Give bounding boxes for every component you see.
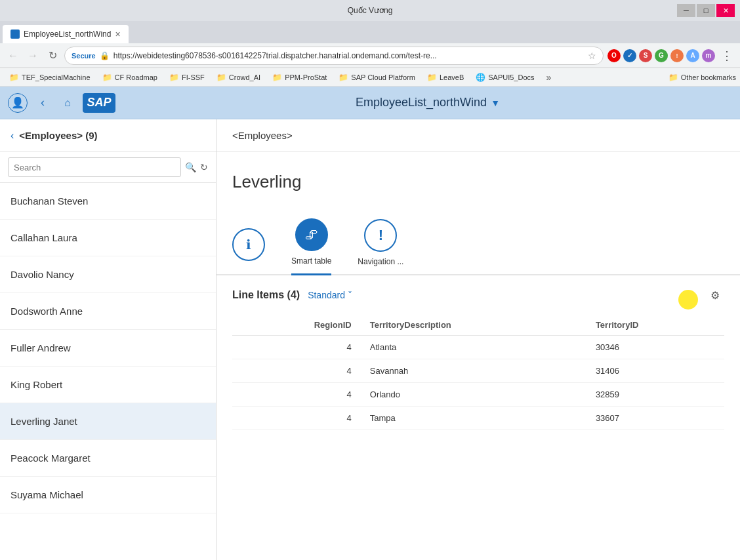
list-item[interactable]: Dodsworth Anne bbox=[0, 293, 216, 330]
sap-logo-text: SAP bbox=[87, 96, 111, 110]
tab-smart-table[interactable]: 🖇 Smart table bbox=[291, 218, 331, 275]
bookmark-cf[interactable]: 📁 CF Roadmap bbox=[97, 70, 163, 85]
settings-icon[interactable]: ⚙ bbox=[706, 286, 724, 304]
bookmark-fi[interactable]: 📁 FI-SSF bbox=[164, 70, 210, 85]
employees-sidebar: ‹ <Employees> (9) 🔍 ↻ Buchanan Steven Ca… bbox=[0, 119, 216, 560]
list-item[interactable]: Davolio Nancy bbox=[0, 256, 216, 293]
table-row: 4 Savannah 31406 bbox=[232, 359, 724, 383]
list-item-label: Callahan Laura bbox=[10, 232, 77, 243]
sidebar-search-area: 🔍 ↻ bbox=[0, 152, 216, 183]
list-item-label: Dodsworth Anne bbox=[10, 306, 83, 317]
line-items-table: RegionID TerritoryDescription TerritoryI… bbox=[232, 315, 724, 430]
tab-close-button[interactable]: × bbox=[115, 29, 120, 39]
folder-icon: 📁 bbox=[216, 73, 226, 82]
other-bookmarks-label: Other bookmarks bbox=[681, 73, 736, 81]
employee-detail-panel: <Employees> Leverling ℹ 🖇 Smart table ! bbox=[216, 119, 740, 560]
folder-icon: 📁 bbox=[668, 73, 678, 82]
close-button[interactable]: ✕ bbox=[716, 4, 735, 17]
list-item-active[interactable]: Leverling Janet bbox=[0, 403, 216, 440]
line-items-title: Line Items (4) bbox=[232, 289, 300, 301]
sap-application: 👤 ‹ ⌂ SAP EmployeeList_northWind ▼ ‹ <Em… bbox=[0, 87, 740, 560]
list-item-label: Davolio Nancy bbox=[10, 269, 74, 280]
list-item[interactable]: Suyama Michael bbox=[0, 477, 216, 513]
bookmark-leave[interactable]: 📁 LeaveB bbox=[422, 70, 469, 85]
secure-badge: Secure bbox=[72, 52, 96, 60]
browser-menu-button[interactable]: ⋮ bbox=[719, 48, 735, 64]
other-bookmarks-button[interactable]: 📁 Other bookmarks bbox=[668, 73, 736, 82]
search-icon[interactable]: 🔍 bbox=[185, 162, 196, 172]
tab-label: EmployeeList_northWind bbox=[24, 30, 111, 39]
list-item[interactable]: Callahan Laura bbox=[0, 220, 216, 256]
dropdown-chevron-icon: ˅ bbox=[348, 290, 352, 300]
bookmark-tef[interactable]: 📁 TEF_SpecialMachine bbox=[4, 70, 96, 85]
col-territory-desc: TerritoryDescription bbox=[362, 315, 588, 336]
opera-icon[interactable]: O bbox=[607, 49, 621, 62]
maximize-button[interactable]: □ bbox=[697, 4, 715, 17]
col-territory-id: TerritoryID bbox=[588, 315, 724, 336]
search-input[interactable] bbox=[8, 157, 181, 177]
ext-icon-2[interactable]: S bbox=[639, 49, 652, 62]
smart-table-tab-label: Smart table bbox=[291, 256, 331, 266]
tab-navigation[interactable]: ! Navigation ... bbox=[358, 219, 403, 274]
list-item-label: Fuller Andrew bbox=[10, 342, 71, 353]
list-item[interactable]: Peacock Margaret bbox=[0, 440, 216, 477]
info-tab-icon: ℹ bbox=[232, 228, 265, 261]
bookmark-sap-cloud[interactable]: 📁 SAP Cloud Platform bbox=[333, 70, 421, 85]
active-tab[interactable]: EmployeeList_northWind × bbox=[3, 25, 129, 43]
bookmark-label: PPM-ProStat bbox=[285, 73, 327, 81]
back-button[interactable]: ← bbox=[5, 48, 21, 64]
list-item[interactable]: Buchanan Steven bbox=[0, 183, 216, 220]
address-bar: ← → ↻ Secure 🔒 https://webidetesting6078… bbox=[0, 43, 740, 68]
list-item-label: Leverling Janet bbox=[10, 416, 77, 427]
app-title-text: EmployeeList_northWind bbox=[356, 96, 487, 110]
sap-back-button[interactable]: ‹ bbox=[33, 93, 52, 113]
table-row: 4 Atlanta 30346 bbox=[232, 336, 724, 359]
view-selector[interactable]: Standard ˅ bbox=[308, 290, 352, 300]
folder-icon: 📁 bbox=[427, 73, 437, 82]
tab-info[interactable]: ℹ bbox=[232, 228, 265, 274]
browser-action-icons: O ✓ S G ! A m bbox=[607, 49, 715, 62]
line-items-header: Line Items (4) Standard ˅ ⚙ bbox=[232, 286, 724, 304]
ext-icon-3[interactable]: G bbox=[655, 49, 668, 62]
browser-tabs-bar: EmployeeList_northWind × bbox=[0, 21, 740, 43]
refresh-icon[interactable]: ↻ bbox=[200, 162, 208, 172]
folder-icon: 📁 bbox=[169, 73, 179, 82]
list-item[interactable]: King Robert bbox=[0, 367, 216, 403]
cell-description: Savannah bbox=[362, 359, 588, 383]
bookmark-sapui5[interactable]: 🌐 SAPUI5_Docs bbox=[470, 70, 539, 85]
bookmark-crowd[interactable]: 📁 Crowd_AI bbox=[211, 70, 266, 85]
navigation-tab-label: Navigation ... bbox=[358, 257, 403, 266]
list-item-label: King Robert bbox=[10, 379, 62, 390]
bookmark-ppm[interactable]: 📁 PPM-ProStat bbox=[267, 70, 332, 85]
user-profile-icon[interactable]: 👤 bbox=[8, 93, 28, 113]
list-item-label: Buchanan Steven bbox=[10, 195, 88, 207]
reload-button[interactable]: ↻ bbox=[45, 48, 60, 64]
folder-icon: 📁 bbox=[339, 73, 348, 82]
sidebar-back-button[interactable]: ‹ bbox=[10, 130, 14, 142]
view-label: Standard bbox=[308, 290, 345, 300]
tab-favicon bbox=[10, 30, 20, 39]
address-box[interactable]: Secure 🔒 https://webidetesting6078536-s0… bbox=[64, 47, 604, 65]
cell-territory-id: 31406 bbox=[588, 359, 724, 383]
list-item[interactable]: Fuller Andrew bbox=[0, 330, 216, 367]
bookmark-label: SAPUI5_Docs bbox=[488, 73, 534, 81]
bookmarks-more-button[interactable]: » bbox=[544, 72, 554, 83]
sap-home-button[interactable]: ⌂ bbox=[58, 93, 77, 113]
forward-button[interactable]: → bbox=[25, 48, 41, 64]
employee-list: Buchanan Steven Callahan Laura Davolio N… bbox=[0, 183, 216, 560]
minimize-button[interactable]: ─ bbox=[677, 4, 695, 17]
bookmark-label: CF Roadmap bbox=[115, 73, 157, 81]
mouse-cursor bbox=[678, 290, 698, 310]
breadcrumb-text: <Employees> bbox=[232, 130, 293, 141]
ext-icon-5[interactable]: A bbox=[686, 49, 699, 62]
ext-icon-4[interactable]: ! bbox=[670, 49, 684, 62]
detail-tabs: ℹ 🖇 Smart table ! Navigation ... bbox=[216, 205, 740, 275]
col-region-id: RegionID bbox=[232, 315, 362, 336]
ext-icon-6[interactable]: m bbox=[702, 49, 715, 62]
browser-title-text: Quốc Vương bbox=[348, 6, 393, 15]
cell-region-id: 4 bbox=[232, 383, 362, 407]
window-controls: ─ □ ✕ bbox=[677, 4, 735, 17]
title-dropdown-icon[interactable]: ▼ bbox=[491, 98, 500, 108]
ext-icon-1[interactable]: ✓ bbox=[623, 49, 636, 62]
star-icon[interactable]: ☆ bbox=[588, 50, 596, 61]
